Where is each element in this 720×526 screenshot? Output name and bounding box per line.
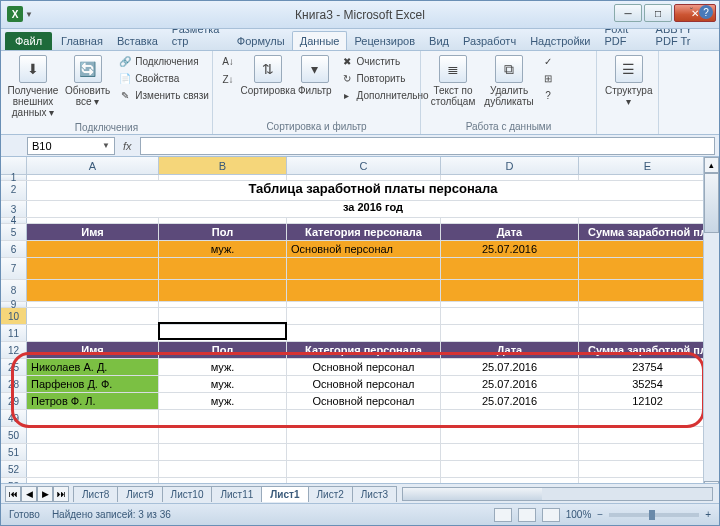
header-cell[interactable]: Сумма заработной пл [579,224,717,240]
col-header-c[interactable]: C [287,157,441,174]
row-header[interactable]: 11 [1,325,27,341]
vertical-scrollbar[interactable]: ▴ ▾ [703,157,719,497]
cell[interactable]: 25.07.2016 [441,241,579,257]
col-header-e[interactable]: E [579,157,717,174]
cell[interactable]: муж. [159,359,287,375]
clear-filter-button[interactable]: ✖Очистить [338,53,431,69]
whatif-button[interactable]: ? [539,87,557,103]
horizontal-scrollbar[interactable] [402,487,713,501]
row-header[interactable]: 4 [1,218,27,223]
cell[interactable]: Основной персонал [287,241,441,257]
row-header[interactable]: 50 [1,427,27,443]
view-layout-button[interactable] [518,508,536,522]
tab-formulas[interactable]: Формулы [230,32,292,50]
consolidate-button[interactable]: ⊞ [539,70,557,86]
outline-button[interactable]: ☰Структура▾ [603,53,654,109]
formula-bar[interactable] [140,137,715,155]
col-header-a[interactable]: A [27,157,159,174]
tab-view[interactable]: Вид [422,32,456,50]
header-cell[interactable]: Пол [159,224,287,240]
row-header[interactable]: 9 [1,302,27,307]
row-header[interactable]: 12 [1,342,27,358]
sheet-tab[interactable]: Лист8 [73,486,118,502]
cell[interactable]: Основной персонал [287,393,441,409]
row-header[interactable]: 51 [1,444,27,460]
cell[interactable]: Парфенов Д. Ф. [27,376,159,392]
zoom-slider[interactable] [609,513,699,517]
cell[interactable]: муж. [159,376,287,392]
row-header[interactable]: 25 [1,359,27,375]
cell[interactable]: Основной персонал [287,359,441,375]
sheet-tab-active[interactable]: Лист1 [261,486,308,502]
header-cell[interactable]: Дата [441,342,579,358]
view-normal-button[interactable] [494,508,512,522]
cell[interactable]: муж. [159,241,287,257]
edit-links-button[interactable]: ✎Изменить связи [116,87,211,103]
active-cell[interactable] [159,308,287,324]
header-cell[interactable]: Имя [27,224,159,240]
tab-nav-next[interactable]: ▶ [37,486,53,502]
cell[interactable]: 25.07.2016 [441,393,579,409]
advanced-filter-button[interactable]: ▸Дополнительно [338,87,431,103]
row-header[interactable]: 8 [1,280,27,301]
help-icon[interactable]: ? [699,5,713,19]
tab-home[interactable]: Главная [54,32,110,50]
properties-button[interactable]: 📄Свойства [116,70,211,86]
external-data-button[interactable]: ⬇Получениевнешних данных ▾ [7,53,59,120]
zoom-thumb[interactable] [649,510,655,520]
sheet-tab[interactable]: Лист3 [352,486,397,502]
zoom-out-button[interactable]: − [597,509,603,520]
scroll-up-button[interactable]: ▴ [704,157,719,173]
sheet-tab[interactable]: Лист2 [308,486,353,502]
header-cell[interactable]: Имя [27,342,159,358]
tab-review[interactable]: Рецензиров [347,32,422,50]
cell[interactable]: Основной персонал [287,376,441,392]
tab-nav-last[interactable]: ⏭ [53,486,69,502]
tab-nav-prev[interactable]: ◀ [21,486,37,502]
sort-button[interactable]: ⇅Сортировка [244,53,292,98]
worksheet-area[interactable]: A B C D E 1 2Таблица заработной платы пе… [1,157,719,497]
row-header[interactable]: 29 [1,393,27,409]
col-header-d[interactable]: D [441,157,579,174]
tab-addins[interactable]: Надстройки [523,32,597,50]
filter-button[interactable]: ▾Фильтр [296,53,334,98]
ribbon-collapse-icon[interactable]: ˇ [690,7,693,18]
remove-duplicates-button[interactable]: ⧉Удалитьдубликаты [483,53,535,109]
row-header[interactable]: 52 [1,461,27,477]
header-cell[interactable]: Сумма заработной пл [579,342,717,358]
sheet-tab[interactable]: Лист10 [162,486,213,502]
zoom-in-button[interactable]: + [705,509,711,520]
tab-insert[interactable]: Вставка [110,32,165,50]
tab-nav-first[interactable]: ⏮ [5,486,21,502]
row-header[interactable]: 1 [1,175,27,180]
cell[interactable]: 25.07.2016 [441,359,579,375]
cell[interactable]: Николаев А. Д. [27,359,159,375]
tab-data[interactable]: Данные [292,31,348,50]
cell[interactable] [27,308,159,324]
row-header[interactable]: 7 [1,258,27,279]
row-header[interactable]: 28 [1,376,27,392]
row-header[interactable]: 2 [1,181,27,200]
qat-dropdown-icon[interactable]: ▼ [25,10,33,19]
header-cell[interactable]: Дата [441,224,579,240]
scroll-thumb[interactable] [704,173,719,233]
tab-developer[interactable]: Разработч [456,32,523,50]
cell[interactable]: 35254 [579,376,717,392]
row-header[interactable]: 49 [1,410,27,426]
reapply-button[interactable]: ↻Повторить [338,70,431,86]
header-cell[interactable]: Категория персонала [287,342,441,358]
cell[interactable] [27,241,159,257]
cell[interactable]: 25.07.2016 [441,376,579,392]
connections-button[interactable]: 🔗Подключения [116,53,211,69]
cell[interactable]: муж. [159,393,287,409]
row-header[interactable]: 6 [1,241,27,257]
row-header[interactable]: 10 [1,308,27,324]
refresh-all-button[interactable]: 🔄Обновитьвсе ▾ [63,53,112,109]
cell[interactable] [579,241,717,257]
cell[interactable]: 12102 [579,393,717,409]
sheet-tab[interactable]: Лист11 [211,486,262,502]
data-validation-button[interactable]: ✓ [539,53,557,69]
cell[interactable] [287,308,441,324]
sort-asc-button[interactable]: A↓ [219,53,237,69]
file-tab[interactable]: Файл [5,32,52,50]
